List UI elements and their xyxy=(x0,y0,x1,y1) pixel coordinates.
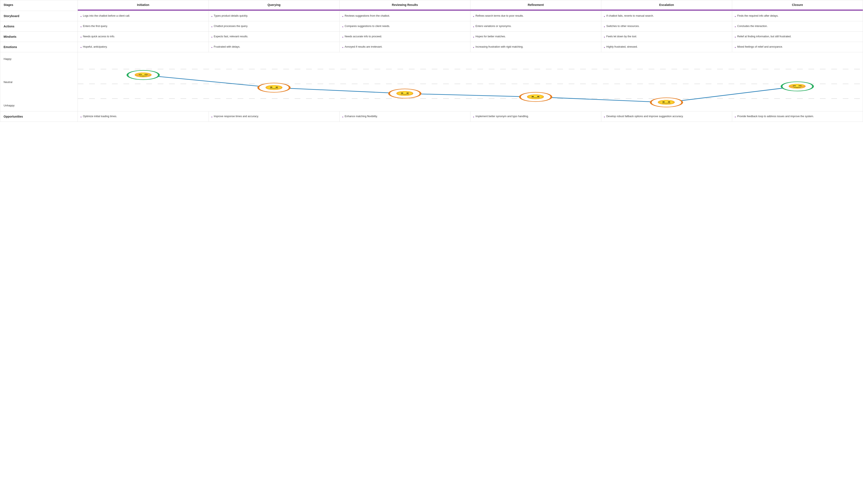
chart-container: Happy Neutral Unhappy xyxy=(0,52,863,111)
bullet-dot: ● xyxy=(473,115,474,118)
storyboard-cell-4: ●If chatbot fails, reverts to manual sea… xyxy=(601,11,732,21)
emotions-cell-0: ●Hopeful, anticipatory. xyxy=(78,42,209,52)
emotions-cell-5: ●Mixed feelings of relief and annoyance. xyxy=(732,42,863,52)
storyboard-text-2: Reviews suggestions from the chatbot. xyxy=(345,14,390,18)
emotions-cell-1: ●Frustrated with delays. xyxy=(209,42,339,52)
header-row: Stages Initiation Querying Reviewing Res… xyxy=(0,0,863,10)
storyboard-text-3: Refines search terms due to poor results… xyxy=(476,14,524,18)
mindsets-text-0: Needs quick access to info. xyxy=(83,35,115,39)
bullet-dot: ● xyxy=(211,46,213,49)
bullet-dot: ● xyxy=(342,35,343,39)
actions-text-1: Chatbot processes the query. xyxy=(214,24,248,28)
mindsets-cell-2: ●Needs accurate info to proceed. xyxy=(339,32,470,42)
bullet-dot: ● xyxy=(604,46,605,49)
bullet-dot: ● xyxy=(211,115,213,118)
mindsets-cell-0: ●Needs quick access to info. xyxy=(78,32,209,42)
bullet-dot: ● xyxy=(473,25,474,28)
emotions-text-2: Annoyed if results are irrelevant. xyxy=(345,45,383,49)
col-header-closure: Closure xyxy=(732,0,863,10)
mindsets-text-4: Feels let down by the tool. xyxy=(606,35,637,39)
storyboard-cell-1: ●Types product details quickly. xyxy=(209,11,339,21)
bullet-dot: ● xyxy=(80,46,82,49)
bullet-dot: ● xyxy=(473,15,474,18)
emotion-line xyxy=(143,75,798,102)
emotions-text-0: Hopeful, anticipatory. xyxy=(83,45,108,49)
bullet-dot: ● xyxy=(604,115,605,118)
emoji-icon-2: 😐 xyxy=(395,91,415,96)
emotions-text-4: Highly frustrated, stressed. xyxy=(606,45,638,49)
bullet-dot: ● xyxy=(604,35,605,39)
mindsets-cell-1: ●Expects fast, relevant results. xyxy=(209,32,339,42)
emoji-icon-1: 😐 xyxy=(264,85,284,90)
bullet-dot: ● xyxy=(80,115,82,118)
chart-svg-area: 😊 😐 😐 😐 😐 xyxy=(78,52,863,111)
bullet-dot: ● xyxy=(342,15,343,18)
emotions-text-3: Increasing frustration with rigid matchi… xyxy=(476,45,523,49)
actions-text-4: Switches to other resources. xyxy=(606,24,640,28)
actions-text-0: Enters the first query. xyxy=(83,24,108,28)
bullet-dot: ● xyxy=(211,35,213,39)
bullet-dot: ● xyxy=(211,25,213,28)
storyboard-text-1: Types product details quickly. xyxy=(214,14,248,18)
storyboard-cell-0: ●Logs into the chatbot before a client c… xyxy=(78,11,209,21)
mindsets-cell-3: ●Hopes for better matches. xyxy=(470,32,601,42)
bullet-dot: ● xyxy=(342,46,343,49)
bullet-dot: ● xyxy=(342,25,343,28)
mindsets-cell-4: ●Feels let down by the tool. xyxy=(601,32,732,42)
col-header-refinement: Refinement xyxy=(470,0,601,10)
bullet-dot: ● xyxy=(211,15,213,18)
opps-cell-4: ●Develop robust fallback options and imp… xyxy=(601,111,732,122)
storyboard-text-0: Logs into the chatbot before a client ca… xyxy=(83,14,130,18)
opps-text-3: Implement better synonym and typo handli… xyxy=(476,114,529,118)
bullet-dot: ● xyxy=(80,35,82,39)
emotions-text-5: Mixed feelings of relief and annoyance. xyxy=(737,45,783,49)
emotions-cell-4: ●Highly frustrated, stressed. xyxy=(601,42,732,52)
mindsets-text-5: Relief at finding information, but still… xyxy=(737,35,791,39)
emoji-icon-3: 😐 xyxy=(526,94,546,99)
storyboard-label: Storyboard xyxy=(0,11,78,21)
emoji-icon-0: 😊 xyxy=(133,72,153,77)
bullet-dot: ● xyxy=(735,115,736,118)
bullet-dot: ● xyxy=(735,25,736,28)
mindsets-row: Mindsets ●Needs quick access to info. ●E… xyxy=(0,32,863,42)
actions-cell-1: ●Chatbot processes the query. xyxy=(209,21,339,32)
emotions-text-row: Emotions ●Hopeful, anticipatory. ●Frustr… xyxy=(0,42,863,52)
stages-header: Stages xyxy=(0,0,78,10)
opps-text-4: Develop robust fallback options and impr… xyxy=(606,114,684,118)
emoji-icon-5: 😊 xyxy=(788,84,808,89)
unhappy-label: Unhappy xyxy=(3,104,74,107)
actions-row: Actions ●Enters the first query. ●Chatbo… xyxy=(0,21,863,32)
bullet-dot: ● xyxy=(735,35,736,39)
bullet-dot: ● xyxy=(473,46,474,49)
actions-cell-5: ●Concludes the interaction. xyxy=(732,21,863,32)
opps-text-1: Improve response times and accuracy. xyxy=(214,114,259,118)
bullet-dot: ● xyxy=(735,46,736,49)
emotions-chart-svg: 😊 😐 😐 😐 😐 xyxy=(78,52,863,111)
mindsets-label: Mindsets xyxy=(0,32,78,42)
bullet-dot: ● xyxy=(80,15,82,18)
journey-map-table: Stages Initiation Querying Reviewing Res… xyxy=(0,0,863,122)
opps-cell-2: ●Enhance matching flexibility. xyxy=(339,111,470,122)
chart-cell: Happy Neutral Unhappy xyxy=(0,52,863,111)
actions-text-5: Concludes the interaction. xyxy=(737,24,768,28)
storyboard-text-5: Finds the required info after delays. xyxy=(737,14,778,18)
storyboard-text-4: If chatbot fails, reverts to manual sear… xyxy=(606,14,654,18)
opportunities-row: Opportunities ●Optimize initial loading … xyxy=(0,111,863,122)
opps-text-0: Optimize initial loading times. xyxy=(83,114,117,118)
mindsets-text-2: Needs accurate info to proceed. xyxy=(345,35,382,39)
actions-cell-3: ●Enters variations or synonyms. xyxy=(470,21,601,32)
chart-y-labels: Happy Neutral Unhappy xyxy=(0,52,78,111)
bullet-dot: ● xyxy=(604,25,605,28)
col-header-querying: Querying xyxy=(209,0,339,10)
happy-label: Happy xyxy=(3,57,74,61)
col-header-escalation: Escalation xyxy=(601,0,732,10)
bullet-dot: ● xyxy=(342,115,343,118)
mindsets-text-3: Hopes for better matches. xyxy=(476,35,506,39)
col-header-initiation: Initiation xyxy=(78,0,209,10)
mindsets-cell-5: ●Relief at finding information, but stil… xyxy=(732,32,863,42)
opps-cell-5: ●Provide feedback loop to address issues… xyxy=(732,111,863,122)
storyboard-cell-3: ●Refines search terms due to poor result… xyxy=(470,11,601,21)
storyboard-cell-2: ●Reviews suggestions from the chatbot. xyxy=(339,11,470,21)
opps-cell-1: ●Improve response times and accuracy. xyxy=(209,111,339,122)
storyboard-row: Storyboard ●Logs into the chatbot before… xyxy=(0,11,863,21)
